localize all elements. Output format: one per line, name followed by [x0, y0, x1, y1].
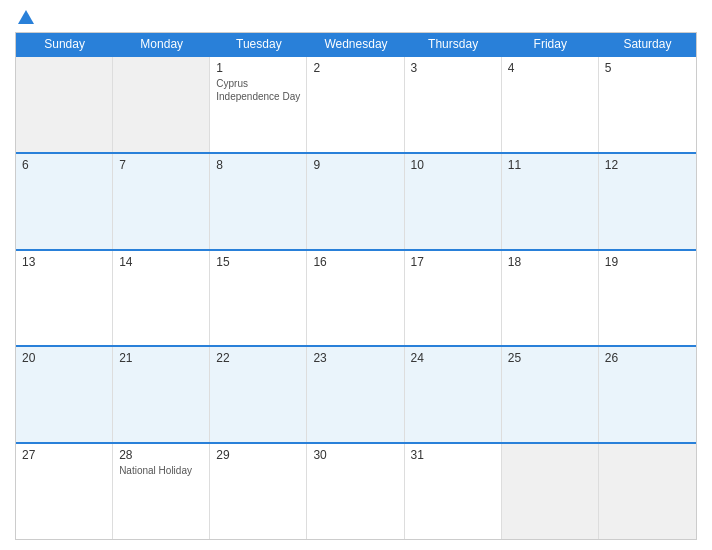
- day-header: Monday: [113, 33, 210, 55]
- cell-date: 29: [216, 448, 300, 462]
- cell-date: 30: [313, 448, 397, 462]
- calendar-cell: 6: [16, 154, 113, 249]
- calendar-cell: 24: [405, 347, 502, 442]
- calendar-week: 1Cyprus Independence Day2345: [16, 55, 696, 152]
- calendar-week: 6789101112: [16, 152, 696, 249]
- cell-date: 9: [313, 158, 397, 172]
- cell-event: National Holiday: [119, 464, 203, 477]
- calendar-cell: 11: [502, 154, 599, 249]
- day-header: Thursday: [405, 33, 502, 55]
- day-header: Saturday: [599, 33, 696, 55]
- page: SundayMondayTuesdayWednesdayThursdayFrid…: [0, 0, 712, 550]
- calendar-cell: 18: [502, 251, 599, 346]
- logo-triangle-icon: [18, 10, 34, 24]
- calendar-cell: 1Cyprus Independence Day: [210, 57, 307, 152]
- calendar-cell: 10: [405, 154, 502, 249]
- cell-date: 18: [508, 255, 592, 269]
- cell-date: 28: [119, 448, 203, 462]
- cell-date: 1: [216, 61, 300, 75]
- calendar-week: 2728National Holiday293031: [16, 442, 696, 539]
- calendar-week: 13141516171819: [16, 249, 696, 346]
- day-header: Sunday: [16, 33, 113, 55]
- calendar-cell: 4: [502, 57, 599, 152]
- calendar-cell: 17: [405, 251, 502, 346]
- header: [15, 10, 697, 24]
- cell-date: 4: [508, 61, 592, 75]
- calendar-cell: 5: [599, 57, 696, 152]
- calendar-cell: 20: [16, 347, 113, 442]
- cell-date: 8: [216, 158, 300, 172]
- calendar-cell: 21: [113, 347, 210, 442]
- cell-date: 23: [313, 351, 397, 365]
- calendar-cell: 8: [210, 154, 307, 249]
- logo: [15, 10, 34, 24]
- cell-date: 11: [508, 158, 592, 172]
- cell-date: 20: [22, 351, 106, 365]
- calendar-cell: 3: [405, 57, 502, 152]
- calendar-cell: 23: [307, 347, 404, 442]
- cell-date: 13: [22, 255, 106, 269]
- calendar-cell: 25: [502, 347, 599, 442]
- cell-date: 19: [605, 255, 690, 269]
- calendar-cell: 13: [16, 251, 113, 346]
- cell-date: 31: [411, 448, 495, 462]
- cell-date: 6: [22, 158, 106, 172]
- day-header: Wednesday: [307, 33, 404, 55]
- calendar-grid: 1Cyprus Independence Day2345678910111213…: [16, 55, 696, 539]
- calendar-cell: 26: [599, 347, 696, 442]
- calendar-cell: 28National Holiday: [113, 444, 210, 539]
- cell-date: 25: [508, 351, 592, 365]
- calendar-cell: 19: [599, 251, 696, 346]
- cell-date: 24: [411, 351, 495, 365]
- cell-date: 10: [411, 158, 495, 172]
- cell-date: 27: [22, 448, 106, 462]
- calendar-cell: 22: [210, 347, 307, 442]
- cell-date: 17: [411, 255, 495, 269]
- cell-date: 12: [605, 158, 690, 172]
- day-header: Tuesday: [210, 33, 307, 55]
- calendar-cell: 14: [113, 251, 210, 346]
- calendar-cell: 29: [210, 444, 307, 539]
- calendar: SundayMondayTuesdayWednesdayThursdayFrid…: [15, 32, 697, 540]
- calendar-cell: 16: [307, 251, 404, 346]
- cell-date: 3: [411, 61, 495, 75]
- cell-date: 22: [216, 351, 300, 365]
- calendar-cell: [502, 444, 599, 539]
- calendar-cell: 12: [599, 154, 696, 249]
- cell-date: 16: [313, 255, 397, 269]
- calendar-cell: 2: [307, 57, 404, 152]
- cell-date: 21: [119, 351, 203, 365]
- day-header: Friday: [502, 33, 599, 55]
- calendar-week: 20212223242526: [16, 345, 696, 442]
- day-headers: SundayMondayTuesdayWednesdayThursdayFrid…: [16, 33, 696, 55]
- cell-date: 7: [119, 158, 203, 172]
- calendar-cell: 27: [16, 444, 113, 539]
- cell-event: Cyprus Independence Day: [216, 77, 300, 103]
- calendar-cell: 7: [113, 154, 210, 249]
- calendar-cell: 9: [307, 154, 404, 249]
- calendar-cell: [113, 57, 210, 152]
- calendar-cell: 31: [405, 444, 502, 539]
- calendar-cell: [599, 444, 696, 539]
- cell-date: 2: [313, 61, 397, 75]
- cell-date: 26: [605, 351, 690, 365]
- cell-date: 15: [216, 255, 300, 269]
- calendar-cell: 30: [307, 444, 404, 539]
- cell-date: 5: [605, 61, 690, 75]
- calendar-cell: 15: [210, 251, 307, 346]
- calendar-cell: [16, 57, 113, 152]
- cell-date: 14: [119, 255, 203, 269]
